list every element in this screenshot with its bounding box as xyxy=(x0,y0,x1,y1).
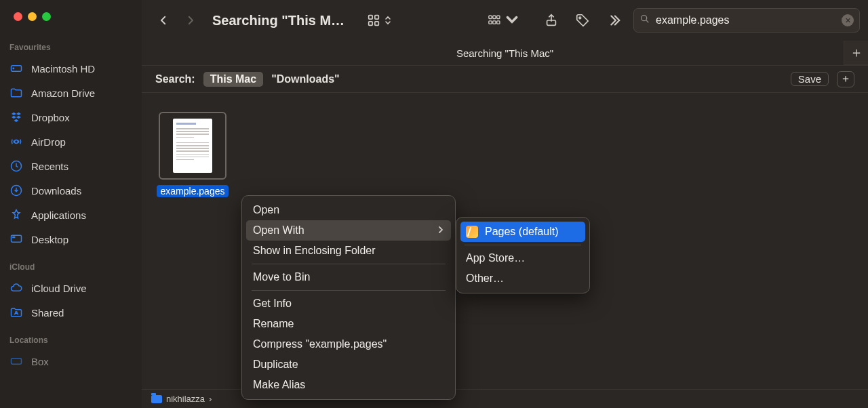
file-name-label[interactable]: example.pages xyxy=(157,185,229,197)
file-thumbnail[interactable] xyxy=(159,112,226,180)
download-icon xyxy=(9,184,23,197)
ctx-make-alias[interactable]: Make Alias xyxy=(246,375,451,395)
scope-downloads[interactable]: "Downloads" xyxy=(271,73,340,85)
svg-rect-10 xyxy=(375,16,379,20)
svg-point-20 xyxy=(579,17,581,19)
maximize-window-button[interactable] xyxy=(42,12,51,21)
subtitle-text: Searching "This Mac" xyxy=(456,47,553,59)
scope-this-mac[interactable]: This Mac xyxy=(203,72,263,87)
svg-rect-11 xyxy=(369,22,373,26)
open-with-pages[interactable]: Pages (default) xyxy=(460,222,585,242)
sidebar-section-locations: Locations xyxy=(0,333,142,349)
sidebar-item-label: Applications xyxy=(31,209,86,221)
clock-icon xyxy=(9,159,23,173)
chevron-updown-icon xyxy=(384,14,392,26)
ctx-compress[interactable]: Compress "example.pages" xyxy=(246,334,451,354)
svg-rect-13 xyxy=(489,16,492,18)
ctx-get-info[interactable]: Get Info xyxy=(246,293,451,314)
ctx-open-with[interactable]: Open With xyxy=(246,220,451,241)
scope-label: Search: xyxy=(155,73,195,85)
window-title: Searching "This M… xyxy=(212,13,344,28)
add-criteria-button[interactable]: ＋ xyxy=(837,71,854,87)
folder-icon xyxy=(151,395,162,403)
sidebar-item-downloads[interactable]: Downloads xyxy=(0,178,142,203)
minimize-window-button[interactable] xyxy=(28,12,37,21)
cloud-icon xyxy=(9,281,23,295)
svg-point-2 xyxy=(15,140,18,144)
view-mode-toggle[interactable] xyxy=(366,13,392,28)
desktop-icon xyxy=(9,232,23,246)
sidebar-item-label: Downloads xyxy=(31,185,81,197)
sidebar: Favourites Macintosh HD Amazon Drive Dro… xyxy=(0,0,142,408)
toolbar: Searching "This M… ✕ xyxy=(142,0,868,41)
share-button[interactable] xyxy=(540,10,563,30)
pages-app-icon xyxy=(466,226,478,238)
chevron-down-icon xyxy=(505,13,519,28)
ctx-move-bin[interactable]: Move to Bin xyxy=(246,267,451,287)
ctx-show-enclosing[interactable]: Show in Enclosing Folder xyxy=(246,241,451,261)
search-field[interactable]: ✕ xyxy=(633,8,860,33)
svg-rect-18 xyxy=(497,21,500,24)
svg-rect-16 xyxy=(489,21,492,24)
forward-button[interactable] xyxy=(181,11,200,30)
path-segment[interactable]: nikhilazza xyxy=(166,394,205,404)
search-scope-bar: Search: This Mac "Downloads" Save ＋ xyxy=(142,66,868,93)
open-with-menu[interactable]: Pages (default) App Store… Other… xyxy=(456,217,590,293)
sidebar-section-favourites: Favourites xyxy=(0,40,142,56)
clear-search-button[interactable]: ✕ xyxy=(842,14,854,26)
back-button[interactable] xyxy=(154,11,173,30)
sidebar-item-desktop[interactable]: Desktop xyxy=(0,227,142,251)
group-by-button[interactable] xyxy=(488,10,519,30)
ctx-separator xyxy=(252,264,446,264)
search-input[interactable] xyxy=(656,14,836,26)
svg-rect-12 xyxy=(375,22,379,26)
subtitle-bar: Searching "This Mac" ＋ xyxy=(142,41,868,65)
search-icon xyxy=(639,14,650,27)
sidebar-item-shared[interactable]: Shared xyxy=(0,300,142,325)
open-with-appstore[interactable]: App Store… xyxy=(460,248,585,268)
sidebar-item-label: Desktop xyxy=(31,234,68,245)
file-item[interactable]: example.pages xyxy=(158,112,227,197)
svg-point-1 xyxy=(13,68,14,68)
sidebar-item-label: Shared xyxy=(31,307,64,319)
sidebar-item-label: Macintosh HD xyxy=(31,63,95,75)
svg-line-22 xyxy=(646,20,648,22)
airdrop-icon xyxy=(9,135,23,148)
sidebar-item-applications[interactable]: Applications xyxy=(0,203,142,227)
svg-rect-9 xyxy=(369,16,373,20)
submenu-separator xyxy=(465,245,581,245)
sidebar-item-macintosh-hd[interactable]: Macintosh HD xyxy=(0,56,142,81)
context-menu[interactable]: Open Open With Show in Enclosing Folder … xyxy=(241,195,456,400)
svg-point-21 xyxy=(642,16,647,21)
sidebar-item-label: Recents xyxy=(31,161,68,172)
svg-rect-8 xyxy=(12,359,22,364)
new-tab-button[interactable]: ＋ xyxy=(844,41,868,65)
ctx-rename[interactable]: Rename xyxy=(246,314,451,334)
sidebar-item-amazon-drive[interactable]: Amazon Drive xyxy=(0,81,142,105)
sidebar-item-airdrop[interactable]: AirDrop xyxy=(0,129,142,154)
sidebar-item-box[interactable]: Box xyxy=(0,349,142,373)
svg-rect-6 xyxy=(12,237,15,239)
close-window-button[interactable] xyxy=(14,12,22,21)
sidebar-section-icloud: iCloud xyxy=(0,260,142,276)
ctx-separator xyxy=(252,290,446,291)
folder-icon xyxy=(9,86,23,100)
sidebar-item-label: Amazon Drive xyxy=(31,87,95,99)
path-separator: › xyxy=(209,394,212,404)
sidebar-item-recents[interactable]: Recents xyxy=(0,154,142,178)
sidebar-item-label: iCloud Drive xyxy=(31,283,87,294)
harddisk-icon xyxy=(9,62,23,75)
save-search-button[interactable]: Save xyxy=(791,72,829,86)
open-with-other[interactable]: Other… xyxy=(460,268,585,289)
ctx-duplicate[interactable]: Duplicate xyxy=(246,354,451,375)
sidebar-item-icloud-drive[interactable]: iCloud Drive xyxy=(0,276,142,300)
overflow-button[interactable] xyxy=(602,10,625,30)
sidebar-item-dropbox[interactable]: Dropbox xyxy=(0,105,142,129)
shared-folder-icon xyxy=(9,306,23,319)
window-controls xyxy=(0,12,142,21)
pages-preview-icon xyxy=(173,119,212,173)
tags-button[interactable] xyxy=(571,10,594,30)
svg-rect-14 xyxy=(493,16,496,18)
svg-rect-5 xyxy=(12,235,22,242)
ctx-open[interactable]: Open xyxy=(246,200,451,220)
